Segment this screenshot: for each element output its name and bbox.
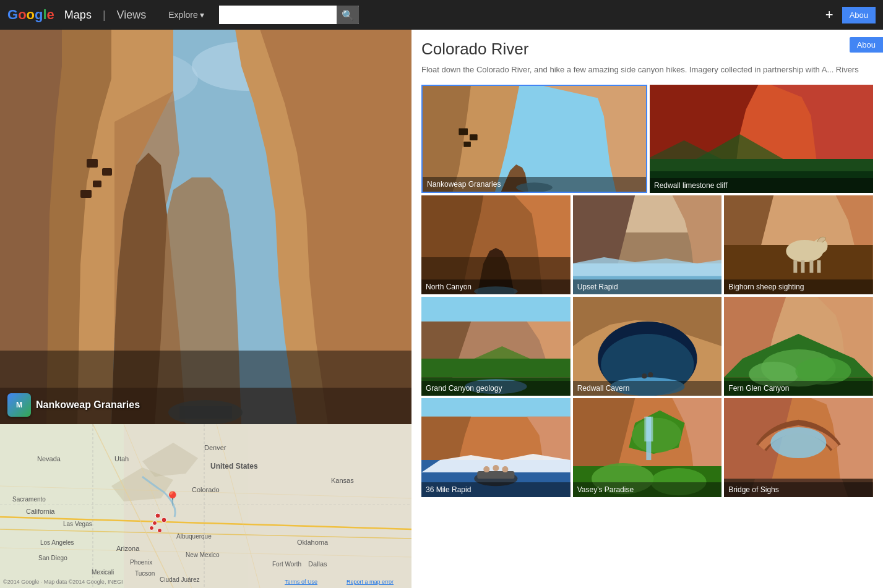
- svg-text:Dallas: Dallas: [308, 560, 327, 568]
- svg-text:📍: 📍: [164, 490, 181, 507]
- svg-text:Sacramento: Sacramento: [12, 496, 46, 503]
- maps-label: Maps: [64, 9, 92, 22]
- svg-text:United States: United States: [210, 462, 258, 471]
- grid-item-fern[interactable]: Fern Glen Canyon: [724, 297, 873, 396]
- explore-arrow-icon: ▾: [200, 10, 204, 20]
- street-view[interactable]: M Nankoweap Granaries: [0, 30, 411, 424]
- explore-button[interactable]: Explore ▾: [168, 10, 204, 20]
- search-icon: 🔍: [342, 9, 354, 21]
- plus-button[interactable]: +: [825, 7, 833, 23]
- svg-text:Nevada: Nevada: [37, 455, 61, 462]
- svg-point-36: [155, 513, 160, 518]
- grid-label-north: North Canyon: [421, 279, 571, 294]
- grid-label-bridge: Bridge of Sighs: [724, 482, 873, 497]
- svg-rect-15: [93, 181, 101, 187]
- svg-text:Utah: Utah: [114, 455, 129, 462]
- grid-item-bighorn[interactable]: Bighorn sheep sighting: [724, 195, 873, 294]
- about-button-panel[interactable]: Abou: [850, 37, 883, 53]
- svg-point-37: [162, 518, 166, 522]
- svg-rect-70: [470, 134, 478, 140]
- grid-label-grand: Grand Canyon geology: [421, 381, 571, 396]
- grid-row-2: Grand Canyon geology: [421, 297, 873, 396]
- svg-marker-111: [421, 359, 571, 377]
- grid-label-vasey: Vasey's Paradise: [573, 482, 722, 497]
- search-bar: 🔍: [219, 6, 359, 24]
- about-button[interactable]: Abou: [842, 7, 876, 23]
- svg-point-145: [632, 417, 681, 452]
- about-panel-label: Abou: [857, 40, 876, 49]
- svg-text:Kansas: Kansas: [331, 477, 354, 484]
- main-layout: M Nankoweap Granaries: [0, 30, 883, 588]
- left-panel: M Nankoweap Granaries: [0, 30, 411, 588]
- svg-rect-103: [801, 260, 805, 273]
- grid-label-rapid: 36 Mile Rapid: [421, 482, 571, 497]
- svg-point-154: [771, 427, 827, 458]
- grid-item-north[interactable]: North Canyon: [421, 195, 571, 294]
- right-panel: Colorado River Float down the Colorado R…: [411, 30, 883, 588]
- svg-text:Oklahoma: Oklahoma: [297, 539, 329, 546]
- svg-text:Fort Worth: Fort Worth: [272, 561, 301, 568]
- mini-map[interactable]: 📍 Nevada Utah Denver United States Kansa…: [0, 424, 411, 588]
- grid-item-nankoweap[interactable]: Nankoweap Granaries: [421, 85, 647, 193]
- svg-rect-16: [80, 190, 92, 198]
- about-label: Abou: [850, 11, 868, 20]
- svg-text:San Diego: San Diego: [38, 555, 67, 561]
- grid-item-rapid[interactable]: 36 Mile Rapid: [421, 398, 571, 497]
- svg-rect-104: [810, 260, 814, 273]
- search-button[interactable]: 🔍: [337, 6, 359, 24]
- grid-label-upset: Upset Rapid: [573, 279, 722, 294]
- svg-text:Ciudad Juárez: Ciudad Juárez: [160, 576, 199, 583]
- search-input[interactable]: [219, 6, 337, 24]
- svg-text:Las Vegas: Las Vegas: [63, 521, 92, 527]
- grid-row-3: 36 Mile Rapid: [421, 398, 873, 497]
- svg-rect-13: [87, 159, 98, 168]
- header-divider: |: [103, 9, 106, 22]
- svg-point-121: [648, 372, 653, 377]
- svg-rect-147: [644, 416, 653, 441]
- header: Google Maps | Views Explore ▾ 🔍 + Abou: [0, 0, 883, 30]
- plus-icon: +: [825, 7, 833, 22]
- svg-point-39: [150, 526, 154, 530]
- street-view-overlay: M Nankoweap Granaries: [7, 393, 140, 417]
- grid-item-upset[interactable]: Upset Rapid: [573, 195, 722, 294]
- svg-text:Colorado: Colorado: [192, 486, 220, 493]
- grid-row-1: North Canyon Upset Rapid: [421, 195, 873, 294]
- grid-label-fern: Fern Glen Canyon: [724, 381, 873, 396]
- svg-text:Albuquerque: Albuquerque: [176, 533, 212, 540]
- collection-description: Float down the Colorado River, and hike …: [421, 64, 873, 76]
- maps-icon-letter: M: [16, 401, 22, 409]
- grid-item-grand[interactable]: Grand Canyon geology: [421, 297, 571, 396]
- svg-point-139: [493, 465, 499, 471]
- svg-point-40: [158, 529, 162, 533]
- svg-text:Report a map error: Report a map error: [347, 579, 394, 585]
- grid-item-bridge[interactable]: Bridge of Sighs: [724, 398, 873, 497]
- map-svg: 📍 Nevada Utah Denver United States Kansa…: [0, 424, 411, 588]
- grid-label-cavern: Redwall Cavern: [573, 381, 722, 396]
- svg-point-138: [483, 466, 489, 472]
- explore-label: Explore: [168, 10, 197, 20]
- svg-rect-107: [421, 297, 571, 322]
- svg-text:Los Angeles: Los Angeles: [40, 539, 74, 546]
- svg-text:Tucson: Tucson: [135, 570, 155, 577]
- grid-row-featured: Nankoweap Granaries: [421, 85, 873, 193]
- grid-item-cavern[interactable]: Redwall Cavern: [573, 297, 722, 396]
- views-label: Views: [117, 9, 147, 22]
- canyon-scene: [0, 30, 411, 424]
- svg-text:Terms of Use: Terms of Use: [285, 579, 317, 585]
- svg-rect-71: [463, 141, 471, 147]
- svg-rect-14: [102, 168, 112, 176]
- svg-text:Phoenix: Phoenix: [130, 559, 152, 566]
- svg-rect-105: [817, 260, 821, 273]
- grid-item-vasey[interactable]: Vasey's Paradise: [573, 398, 722, 497]
- svg-text:Mexicali: Mexicali: [92, 569, 114, 576]
- svg-text:New Mexico: New Mexico: [186, 552, 220, 558]
- svg-rect-137: [477, 471, 514, 479]
- svg-text:California: California: [26, 508, 55, 515]
- svg-rect-69: [459, 128, 468, 135]
- grid-item-redwall[interactable]: Redwall limestone cliff: [650, 85, 873, 193]
- svg-rect-102: [794, 260, 798, 273]
- collection-title: Colorado River: [421, 40, 873, 59]
- svg-text:Arizona: Arizona: [116, 545, 140, 552]
- svg-rect-131: [421, 398, 571, 417]
- photo-nankoweap: [423, 86, 646, 192]
